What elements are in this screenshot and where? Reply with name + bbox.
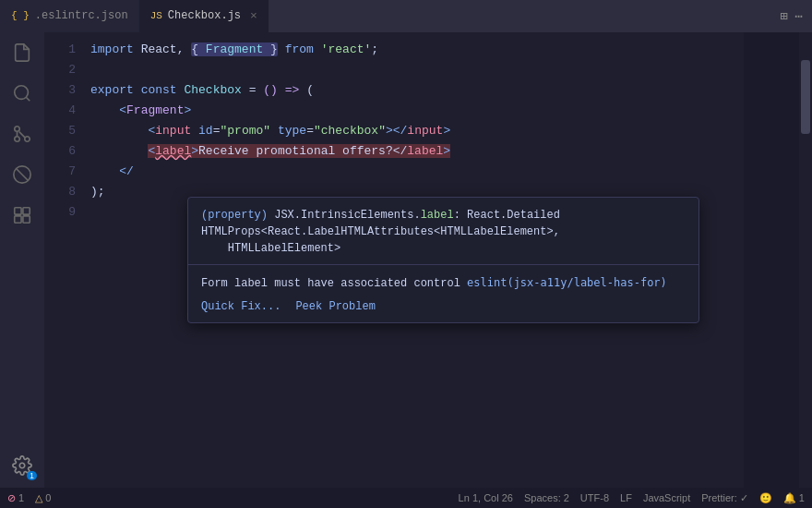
json-file-icon: { }: [11, 10, 30, 21]
tab-eslintrc[interactable]: { } .eslintrc.json: [0, 0, 139, 32]
code-line-2: 2: [44, 60, 812, 80]
code-content: 1 import React, { Fragment } from 'react…: [44, 32, 812, 223]
tooltip-property-text: JSX.IntrinsicElements.: [274, 209, 420, 222]
tab-close-icon[interactable]: ×: [250, 9, 257, 23]
files-icon[interactable]: [9, 40, 35, 66]
svg-point-3: [15, 127, 20, 132]
status-bar: ⊘ 1 △ 0 Ln 1, Col 26 Spaces: 2 UTF-8 LF …: [0, 488, 812, 508]
tooltip-error-text: Form label must have associated control: [201, 277, 460, 290]
svg-point-11: [19, 463, 25, 468]
tab-area: { } .eslintrc.json JS Checkbox.js ×: [0, 0, 780, 32]
formatter-status[interactable]: Prettier: ✓: [701, 492, 748, 504]
scrollbar-thumb[interactable]: [801, 60, 810, 134]
svg-line-6: [17, 169, 29, 181]
tab-label-eslintrc: .eslintrc.json: [35, 9, 128, 22]
svg-point-0: [15, 86, 29, 100]
tab-checkbox[interactable]: JS Checkbox.js ×: [139, 0, 269, 32]
code-line-1: 1 import React, { Fragment } from 'react…: [44, 40, 812, 60]
minimap: [744, 32, 799, 488]
scrollbar-track[interactable]: [799, 32, 812, 488]
svg-point-4: [15, 137, 20, 142]
activity-bar: 1: [0, 32, 44, 488]
encoding[interactable]: UTF-8: [580, 492, 609, 503]
indent-setting[interactable]: Spaces: 2: [524, 492, 569, 503]
search-icon[interactable]: [9, 80, 35, 106]
warning-count: 0: [45, 492, 51, 503]
tooltip-property-info: (property) JSX.IntrinsicElements.label: …: [188, 198, 699, 265]
status-warnings[interactable]: △ 0: [35, 492, 51, 504]
peek-problem-action[interactable]: Peek Problem: [295, 300, 375, 313]
svg-rect-7: [15, 208, 21, 214]
svg-rect-9: [15, 216, 21, 223]
warning-icon: △: [35, 492, 42, 503]
line-ending[interactable]: LF: [620, 492, 632, 503]
error-count: 1: [18, 492, 24, 503]
activity-bar-bottom: 1: [9, 453, 35, 488]
language-mode[interactable]: JavaScript: [643, 492, 690, 503]
notification-bell[interactable]: 🔔 1: [783, 492, 805, 504]
js-file-icon: JS: [150, 10, 162, 21]
debug-icon[interactable]: [9, 162, 35, 187]
split-editor-icon[interactable]: ⊞: [780, 8, 787, 24]
code-editor[interactable]: 1 import React, { Fragment } from 'react…: [44, 32, 812, 488]
status-left: ⊘ 1 △ 0: [7, 492, 51, 504]
extensions-icon[interactable]: [9, 202, 35, 228]
status-errors[interactable]: ⊘ 1: [7, 492, 24, 504]
more-actions-icon[interactable]: ⋯: [795, 8, 803, 24]
svg-line-1: [26, 97, 30, 101]
cursor-position[interactable]: Ln 1, Col 26: [459, 492, 513, 503]
quick-fix-action[interactable]: Quick Fix...: [201, 300, 281, 313]
source-control-icon[interactable]: [9, 121, 35, 147]
code-line-7: 7 </: [44, 162, 812, 182]
code-line-3: 3 export const Checkbox = () => (: [44, 80, 812, 101]
emoji-status: 🙂: [759, 492, 772, 504]
code-line-5: 5 <input id="promo" type="checkbox"></in…: [44, 121, 812, 141]
code-line-6: 6 <label>Receive promotional offers?</la…: [44, 141, 812, 162]
tab-label-checkbox: Checkbox.js: [168, 9, 241, 22]
title-bar-actions: ⊞ ⋯: [780, 8, 812, 24]
tooltip-popup: (property) JSX.IntrinsicElements.label: …: [187, 197, 699, 323]
status-right: Ln 1, Col 26 Spaces: 2 UTF-8 LF JavaScri…: [459, 492, 805, 504]
code-line-4: 4 <Fragment>: [44, 101, 812, 121]
settings-badge: 1: [27, 471, 37, 480]
svg-rect-10: [23, 216, 30, 223]
svg-rect-8: [23, 208, 30, 214]
error-icon: ⊘: [7, 492, 16, 503]
tooltip-error-message: Form label must have associated control …: [188, 265, 699, 296]
title-bar: { } .eslintrc.json JS Checkbox.js × ⊞ ⋯: [0, 0, 812, 32]
main-area: 1 1 import React, { Fragment } from 'rea…: [0, 32, 812, 488]
tooltip-actions: Quick Fix... Peek Problem: [188, 296, 699, 322]
settings-icon[interactable]: 1: [9, 453, 35, 478]
tooltip-error-code: eslint(jsx-a11y/label-has-for): [467, 276, 667, 289]
